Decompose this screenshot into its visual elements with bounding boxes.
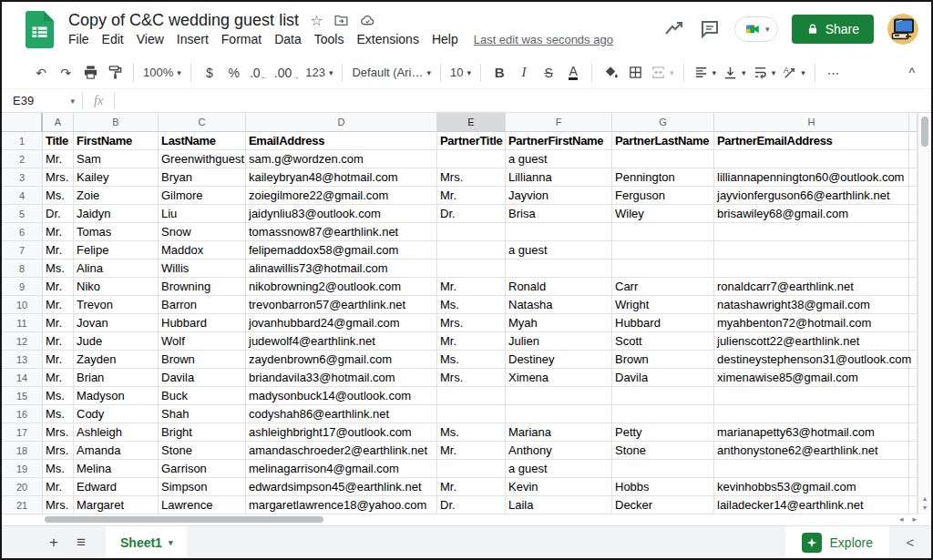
account-avatar[interactable]	[887, 14, 918, 45]
cell-E21[interactable]: Dr.	[437, 496, 506, 514]
cell-G6[interactable]	[612, 223, 714, 241]
cell-F16[interactable]	[506, 405, 612, 423]
cell-D20[interactable]: edwardsimpson45@earthlink.net	[246, 478, 437, 496]
cell-I5[interactable]	[909, 205, 918, 223]
cell-A19[interactable]: Ms.	[43, 460, 74, 478]
row-header-21[interactable]: 21	[2, 496, 43, 514]
sheet-tab-dropdown-arrow[interactable]: ▾	[169, 538, 173, 547]
cell-F11[interactable]: Myah	[506, 314, 612, 332]
cell-E8[interactable]	[437, 260, 506, 278]
cell-H14[interactable]: ximenawise85@gmail.com	[714, 369, 909, 387]
cell-F10[interactable]: Natasha	[506, 296, 612, 314]
cell-H5[interactable]: brisawiley68@gmail.com	[714, 205, 909, 223]
cell-I14[interactable]	[909, 369, 918, 387]
cell-A17[interactable]: Mrs.	[43, 423, 74, 442]
cell-E3[interactable]: Mrs.	[437, 168, 506, 187]
cell-H4[interactable]: jayvionferguson66@earthlink.net	[714, 187, 909, 205]
cell-G12[interactable]: Scott	[612, 332, 714, 351]
cell-E20[interactable]: Mr.	[437, 478, 506, 496]
cell-C18[interactable]: Stone	[159, 442, 246, 460]
cell-H10[interactable]: natashawright38@gmail.com	[714, 296, 909, 314]
cell-G7[interactable]	[612, 241, 714, 260]
cell-C21[interactable]: Lawrence	[159, 496, 246, 514]
cell-D1[interactable]: EmailAddress	[246, 132, 437, 150]
cloud-saved-icon[interactable]	[360, 13, 375, 28]
collapse-toolbar-button[interactable]: ^	[901, 66, 922, 80]
font-select[interactable]: Default (Ari…▾	[349, 61, 434, 85]
cell-F20[interactable]: Kevin	[506, 478, 612, 496]
row-header-10[interactable]: 10	[2, 296, 43, 314]
scroll-down-arrow[interactable]: ▾	[923, 504, 927, 513]
cell-I21[interactable]	[909, 496, 918, 514]
cell-A8[interactable]: Ms.	[43, 260, 74, 278]
currency-format-icon[interactable]: $	[198, 61, 221, 85]
meet-call-button[interactable]: ▾	[734, 16, 778, 42]
column-header-g[interactable]: G	[612, 113, 714, 132]
row-header-4[interactable]: 4	[2, 187, 43, 205]
cell-B2[interactable]: Sam	[74, 150, 159, 168]
cell-C15[interactable]: Buck	[159, 387, 246, 405]
move-folder-icon[interactable]	[333, 13, 349, 28]
cell-E11[interactable]: Mrs.	[437, 314, 506, 332]
cell-D16[interactable]: codyshah86@earthlink.net	[246, 405, 437, 423]
menu-item-help[interactable]: Help	[425, 31, 465, 47]
cell-B4[interactable]: Zoie	[74, 187, 159, 205]
cell-F4[interactable]: Jayvion	[506, 187, 612, 205]
cell-D5[interactable]: jaidynliu83@outlook.com	[246, 205, 437, 223]
cell-C13[interactable]: Brown	[159, 351, 246, 369]
cell-A1[interactable]: Title	[43, 132, 74, 150]
cell-I8[interactable]	[909, 260, 918, 278]
cell-G4[interactable]: Ferguson	[612, 187, 714, 205]
strikethrough-icon[interactable]: S	[537, 61, 560, 85]
cell-F2[interactable]: a guest	[506, 150, 612, 168]
share-button[interactable]: Share	[792, 15, 874, 44]
menu-item-format[interactable]: Format	[215, 31, 268, 47]
cell-H15[interactable]	[714, 387, 909, 405]
row-header-20[interactable]: 20	[2, 478, 43, 496]
cell-D12[interactable]: judewolf4@earthlink.net	[246, 332, 437, 351]
cell-A2[interactable]: Mr.	[43, 150, 74, 168]
menu-item-tools[interactable]: Tools	[308, 31, 351, 47]
cell-C20[interactable]: Simpson	[159, 478, 246, 496]
cell-A3[interactable]: Mrs.	[43, 168, 74, 187]
cell-C5[interactable]: Liu	[159, 205, 246, 223]
cell-H17[interactable]: marianapetty63@hotmail.com	[714, 423, 909, 442]
cell-G3[interactable]: Pennington	[612, 168, 714, 187]
cell-C11[interactable]: Hubbard	[159, 314, 246, 332]
row-header-14[interactable]: 14	[2, 369, 43, 387]
cell-C2[interactable]: Greenwithguest	[159, 150, 246, 168]
more-icon[interactable]: ⋯	[822, 61, 846, 85]
cell-B11[interactable]: Jovan	[74, 314, 159, 332]
cell-H18[interactable]: anthonystone62@earthlink.net	[714, 442, 909, 460]
cell-E6[interactable]	[437, 223, 506, 241]
text-wrap-icon[interactable]: ▾	[750, 61, 779, 85]
cell-A11[interactable]: Mr.	[43, 314, 74, 332]
cell-I18[interactable]	[909, 442, 918, 460]
cell-E19[interactable]	[437, 460, 506, 478]
cell-B8[interactable]: Alina	[74, 260, 159, 278]
cell-I9[interactable]	[909, 278, 918, 296]
cell-H12[interactable]: julienscott22@earthlink.net	[714, 332, 909, 351]
cell-H11[interactable]: myahbenton72@hotmail.com	[714, 314, 909, 332]
horizontal-scrollbar[interactable]: ◂ ▸	[2, 514, 931, 525]
cell-D2[interactable]: sam.g@wordzen.com	[246, 150, 437, 168]
cell-A5[interactable]: Dr.	[43, 205, 74, 223]
cell-A9[interactable]: Mr.	[43, 278, 74, 296]
cell-I17[interactable]	[909, 423, 918, 442]
cell-G18[interactable]: Stone	[612, 442, 714, 460]
cell-H13[interactable]: destineystephenson31@outlook.com	[714, 351, 909, 369]
cell-H7[interactable]	[714, 241, 909, 260]
cell-I10[interactable]	[909, 296, 918, 314]
scroll-right-arrow[interactable]: ▸	[912, 514, 917, 524]
horizontal-scrollbar-thumb[interactable]	[45, 516, 323, 523]
cell-E7[interactable]	[437, 241, 506, 260]
row-header-16[interactable]: 16	[2, 405, 43, 423]
scroll-up-arrow[interactable]: ▴	[923, 494, 927, 504]
cell-D15[interactable]: madysonbuck14@outlook.com	[246, 387, 437, 405]
cell-I3[interactable]	[909, 168, 918, 187]
number-format-select[interactable]: 123▾	[302, 61, 335, 85]
column-header-f[interactable]: F	[506, 113, 612, 132]
cell-E16[interactable]	[437, 405, 506, 423]
cell-G20[interactable]: Hobbs	[612, 478, 714, 496]
row-header-17[interactable]: 17	[2, 423, 43, 442]
